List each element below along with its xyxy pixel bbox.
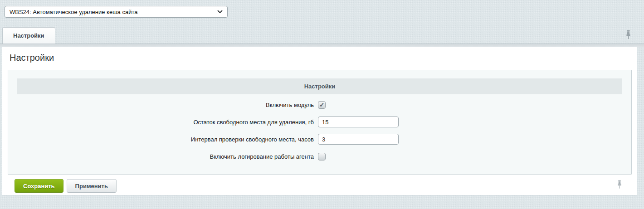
panel-header: Настройки (17, 78, 622, 94)
module-select[interactable]: WBS24: Автоматическое удаление кеша сайт… (5, 6, 228, 18)
form-row-enable-module: Включить модуль (8, 99, 631, 111)
tab-strip-divider (0, 44, 644, 47)
top-bar: WBS24: Автоматическое удаление кеша сайт… (0, 0, 644, 26)
form-row-check-interval: Интервал проверки свободного места, часо… (8, 133, 631, 145)
form-row-free-space: Остаток свободного места для удаления, г… (8, 116, 631, 128)
enable-module-checkbox[interactable] (318, 101, 326, 109)
tab-settings[interactable]: Настройки (2, 27, 55, 44)
form-row-enable-logging: Включить логирование работы агента (8, 151, 631, 162)
field-label: Включить логирование работы агента (8, 153, 318, 160)
settings-panel: Настройки Включить модуль Остаток свобод… (8, 70, 632, 175)
free-space-input[interactable] (318, 117, 399, 127)
tab-strip: Настройки (0, 26, 644, 44)
chevron-down-icon (217, 10, 223, 14)
apply-button[interactable]: Применить (67, 179, 117, 193)
check-interval-input[interactable] (318, 134, 399, 145)
field-label: Интервал проверки свободного места, часо… (8, 136, 318, 143)
settings-form: Включить модуль Остаток свободного места… (8, 99, 631, 174)
enable-logging-checkbox[interactable] (318, 153, 326, 160)
tab-settings-label: Настройки (13, 32, 44, 39)
module-select-value: WBS24: Автоматическое удаление кеша сайт… (10, 9, 137, 15)
main-content: Настройки Настройки Включить модуль Оста… (2, 47, 637, 195)
footer-actions: Сохранить Применить (2, 175, 637, 193)
pin-icon-top[interactable] (625, 30, 631, 39)
field-label: Остаток свободного места для удаления, г… (8, 119, 318, 126)
pin-icon-bottom[interactable] (617, 180, 622, 189)
page-title: Настройки (2, 47, 637, 63)
save-button[interactable]: Сохранить (15, 179, 63, 193)
field-label: Включить модуль (8, 102, 318, 108)
